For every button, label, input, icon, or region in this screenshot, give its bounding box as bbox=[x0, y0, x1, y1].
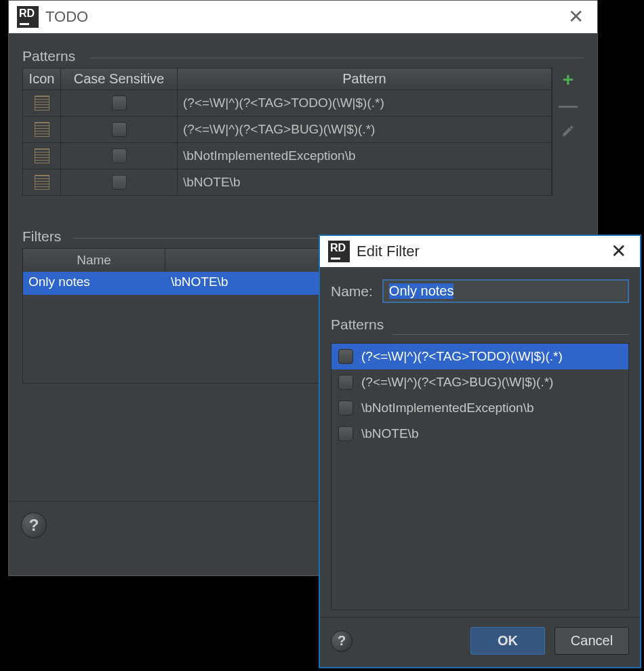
name-label: Name: bbox=[331, 283, 373, 300]
name-row: Name: bbox=[331, 279, 629, 303]
note-icon bbox=[35, 175, 49, 190]
table-row[interactable]: (?<=\W|^)(?<TAG>BUG)(\W|$)(.*) bbox=[23, 116, 552, 142]
edit-filter-dialog: RD Edit Filter ✕ Name: Patterns (?<=\W|^… bbox=[319, 235, 641, 668]
rider-logo-icon: RD bbox=[17, 6, 39, 28]
pattern-checkbox[interactable] bbox=[338, 401, 353, 415]
ok-button[interactable]: OK bbox=[470, 627, 545, 655]
filter-name-input[interactable] bbox=[382, 279, 629, 303]
note-icon bbox=[35, 122, 49, 137]
filter-name-cell: Only notes bbox=[23, 272, 165, 295]
close-icon[interactable]: ✕ bbox=[605, 242, 632, 261]
edit-patterns-list[interactable]: (?<=\W|^)(?<TAG>TODO)(\W|$)(.*)(?<=\W|^)… bbox=[331, 343, 629, 610]
main-titlebar: RD TODO ✕ bbox=[9, 1, 597, 33]
add-pattern-button[interactable]: + bbox=[563, 70, 573, 89]
case-sensitive-checkbox[interactable] bbox=[112, 148, 127, 163]
col-header-pattern[interactable]: Pattern bbox=[178, 68, 552, 89]
patterns-table[interactable]: Icon Case Sensitive Pattern (?<=\W|^)(?<… bbox=[22, 68, 552, 196]
pattern-checkbox[interactable] bbox=[338, 349, 353, 364]
pattern-cell: (?<=\W|^)(?<TAG>TODO)(\W|$)(.*) bbox=[178, 90, 552, 116]
help-button[interactable]: ? bbox=[331, 630, 353, 652]
pattern-cell: \bNotImplementedException\b bbox=[178, 143, 552, 169]
edit-titlebar: RD Edit Filter ✕ bbox=[320, 236, 640, 267]
pattern-checkbox[interactable] bbox=[338, 375, 353, 390]
list-item[interactable]: \bNotImplementedException\b bbox=[331, 395, 628, 421]
list-item[interactable]: \bNOTE\b bbox=[331, 421, 628, 447]
pattern-checkbox[interactable] bbox=[338, 426, 353, 441]
pencil-icon bbox=[561, 124, 575, 138]
patterns-section: Patterns Icon Case Sensitive Pattern (?<… bbox=[22, 48, 584, 196]
case-sensitive-checkbox[interactable] bbox=[112, 122, 127, 137]
edit-pattern-button[interactable] bbox=[561, 122, 575, 141]
edit-body: Name: Patterns (?<=\W|^)(?<TAG>TODO)(\W|… bbox=[320, 267, 640, 617]
table-row[interactable]: \bNOTE\b bbox=[23, 169, 552, 195]
edit-patterns-label: Patterns bbox=[331, 317, 629, 333]
rider-logo-icon: RD bbox=[328, 241, 350, 262]
pattern-cell: (?<=\W|^)(?<TAG>BUG)(\W|$)(.*) bbox=[178, 117, 552, 142]
cancel-button[interactable]: Cancel bbox=[555, 627, 629, 655]
case-sensitive-checkbox[interactable] bbox=[112, 175, 127, 190]
col-header-icon[interactable]: Icon bbox=[23, 68, 61, 89]
main-title: TODO bbox=[45, 8, 563, 26]
list-item[interactable]: (?<=\W|^)(?<TAG>TODO)(\W|$)(.*) bbox=[331, 344, 628, 369]
table-row[interactable]: \bNotImplementedException\b bbox=[23, 142, 552, 169]
remove-pattern-button[interactable]: — bbox=[559, 96, 578, 115]
col-header-case-sensitive[interactable]: Case Sensitive bbox=[61, 68, 178, 89]
note-icon bbox=[35, 96, 49, 110]
patterns-block: Icon Case Sensitive Pattern (?<=\W|^)(?<… bbox=[22, 68, 584, 196]
note-icon bbox=[35, 148, 49, 163]
patterns-table-header: Icon Case Sensitive Pattern bbox=[23, 68, 552, 89]
pattern-text: (?<=\W|^)(?<TAG>TODO)(\W|$)(.*) bbox=[361, 349, 563, 364]
close-icon[interactable]: ✕ bbox=[563, 7, 589, 26]
patterns-separator bbox=[90, 58, 584, 58]
help-button[interactable]: ? bbox=[21, 512, 47, 538]
patterns-toolbar: + — bbox=[552, 68, 584, 196]
table-row[interactable]: (?<=\W|^)(?<TAG>TODO)(\W|$)(.*) bbox=[23, 89, 552, 116]
case-sensitive-checkbox[interactable] bbox=[112, 96, 127, 110]
edit-patterns-separator bbox=[392, 334, 629, 335]
edit-footer: ? OK Cancel bbox=[320, 617, 640, 667]
pattern-text: (?<=\W|^)(?<TAG>BUG)(\W|$)(.*) bbox=[361, 375, 553, 390]
pattern-text: \bNOTE\b bbox=[361, 426, 418, 441]
edit-title: Edit Filter bbox=[357, 243, 605, 260]
pattern-cell: \bNOTE\b bbox=[178, 169, 552, 195]
filter-col-header-name[interactable]: Name bbox=[23, 249, 165, 272]
list-item[interactable]: (?<=\W|^)(?<TAG>BUG)(\W|$)(.*) bbox=[331, 369, 628, 395]
pattern-text: \bNotImplementedException\b bbox=[361, 401, 534, 415]
patterns-section-label: Patterns bbox=[22, 48, 584, 64]
